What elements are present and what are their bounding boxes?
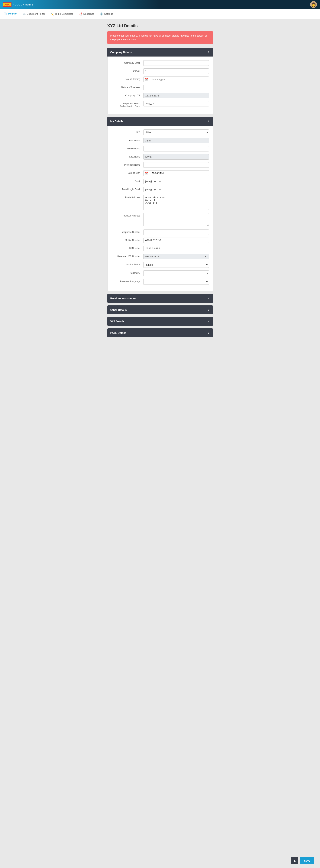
- first-name-input[interactable]: [143, 138, 209, 144]
- company-email-control: [143, 60, 209, 66]
- chevron-up-icon-2: ∧: [207, 120, 210, 123]
- nav: 📄 My Info ☁️ Document Portal ✏️ To be Co…: [0, 9, 320, 19]
- ni-number-label: NI Number: [111, 246, 143, 250]
- action-bar: ▲ Save: [291, 857, 314, 864]
- section-previous-accountant-header[interactable]: Previous Accountant ∨: [107, 294, 213, 303]
- last-name-input[interactable]: [143, 154, 209, 160]
- nationality-label: Nationality: [111, 270, 143, 274]
- postal-address-control: 9 Smith Street Warwick CV34 4JA: [143, 195, 209, 211]
- nature-of-business-input[interactable]: [143, 85, 209, 90]
- turnover-control: £: [143, 68, 209, 74]
- preferred-name-row: Preferred Name: [111, 162, 209, 168]
- last-name-label: Last Name: [111, 154, 143, 158]
- main-content: XYZ Ltd Details Please enter your detail…: [96, 19, 224, 344]
- preferred-language-select[interactable]: [143, 279, 209, 285]
- personal-utr-row: Personal UTR Number K: [111, 254, 209, 259]
- date-of-birth-control: 📅: [143, 170, 209, 176]
- section-other-details: Other Details ∨: [107, 305, 213, 314]
- nav-to-be-completed[interactable]: ✏️ To be Completed: [51, 12, 73, 16]
- middle-name-input[interactable]: [143, 146, 209, 152]
- nationality-select[interactable]: [143, 270, 209, 276]
- telephone-number-input[interactable]: [143, 229, 209, 235]
- nationality-row: Nationality: [111, 270, 209, 276]
- section-other-details-header[interactable]: Other Details ∨: [107, 305, 213, 314]
- telephone-number-control: [143, 229, 209, 235]
- telephone-number-label: Telephone Number: [111, 229, 143, 234]
- preferred-name-label: Preferred Name: [111, 162, 143, 166]
- marital-status-row: Marital Status - Single Married Divorced…: [111, 262, 209, 268]
- previous-address-control: [143, 213, 209, 227]
- section-paye-details-header[interactable]: PAYE Details ∨: [107, 329, 213, 337]
- mobile-number-input[interactable]: [143, 238, 209, 243]
- nav-document-portal[interactable]: ☁️ Document Portal: [23, 12, 45, 16]
- companies-house-row: Companies House Authentication Code: [111, 101, 209, 107]
- company-email-input[interactable]: [143, 60, 209, 66]
- section-my-details: My Details ∧ Title - Mr Mrs Miss Ms Dr: [107, 117, 213, 291]
- last-name-row: Last Name: [111, 154, 209, 160]
- email-control: [143, 179, 209, 184]
- nature-of-business-label: Nature of Business: [111, 85, 143, 89]
- nature-of-business-control: [143, 85, 209, 90]
- calendar-icon: 📅: [143, 77, 150, 82]
- title-select[interactable]: - Mr Mrs Miss Ms Dr: [143, 129, 209, 135]
- section-my-details-header[interactable]: My Details ∧: [107, 117, 213, 126]
- portal-login-email-row: Portal Login Email: [111, 187, 209, 192]
- companies-house-input[interactable]: [143, 101, 209, 106]
- section-company-details: Company Details ∧ Company Email Turnover…: [107, 48, 213, 114]
- section-paye-details: PAYE Details ∨: [107, 329, 213, 337]
- scroll-up-button[interactable]: ▲: [291, 857, 298, 864]
- company-email-label: Company Email: [111, 60, 143, 64]
- nav-settings[interactable]: ⚙️ Settings: [100, 12, 113, 16]
- section-my-details-body: Title - Mr Mrs Miss Ms Dr First Name: [107, 126, 213, 291]
- preferred-name-input[interactable]: [143, 162, 209, 168]
- mobile-number-label: Mobile Number: [111, 238, 143, 242]
- portal-login-email-control: [143, 187, 209, 192]
- postal-address-textarea[interactable]: 9 Smith Street Warwick CV34 4JA: [143, 195, 209, 210]
- avatar[interactable]: 👩: [310, 1, 317, 8]
- company-utr-input[interactable]: [143, 93, 209, 98]
- logo-box: ABC: [3, 2, 11, 7]
- nav-my-info[interactable]: 📄 My Info: [4, 11, 17, 17]
- mobile-number-control: [143, 238, 209, 243]
- first-name-row: First Name: [111, 138, 209, 144]
- marital-status-control: - Single Married Divorced Widowed Civil …: [143, 262, 209, 268]
- chevron-down-icon-3: ∨: [207, 319, 210, 323]
- postal-address-label: Postal Address: [111, 195, 143, 199]
- email-input[interactable]: [143, 179, 209, 184]
- date-of-trading-label: Date of Trading: [111, 76, 143, 81]
- company-utr-control: [143, 93, 209, 98]
- title-control: - Mr Mrs Miss Ms Dr: [143, 129, 209, 135]
- turnover-label: Turnover: [111, 68, 143, 72]
- nav-deadlines[interactable]: ⏰ Deadlines: [79, 12, 94, 16]
- ni-number-input[interactable]: [143, 246, 209, 251]
- portal-login-email-input[interactable]: [143, 187, 209, 192]
- date-of-birth-input[interactable]: [150, 171, 209, 176]
- header: ABC ACCOUNTANTS 👩: [0, 0, 320, 9]
- chevron-down-icon-2: ∨: [207, 308, 210, 312]
- preferred-name-control: [143, 162, 209, 168]
- nav-to-be-completed-label: To be Completed: [55, 12, 73, 15]
- company-email-row: Company Email: [111, 60, 209, 66]
- alert-message: Please enter your details. If you do not…: [107, 31, 213, 44]
- section-previous-accountant-title: Previous Accountant: [110, 297, 137, 300]
- calendar-icon-2: 📅: [143, 170, 150, 176]
- ni-number-control: [143, 246, 209, 251]
- preferred-language-row: Preferred Language: [111, 279, 209, 285]
- section-vat-details-header[interactable]: VAT Details ∨: [107, 317, 213, 326]
- section-other-details-title: Other Details: [110, 308, 127, 311]
- section-company-details-header[interactable]: Company Details ∧: [107, 48, 213, 57]
- company-utr-row: Company UTR: [111, 93, 209, 98]
- previous-address-textarea[interactable]: [143, 213, 209, 226]
- first-name-label: First Name: [111, 138, 143, 142]
- section-my-details-title: My Details: [110, 120, 123, 123]
- marital-status-select[interactable]: - Single Married Divorced Widowed Civil …: [143, 262, 209, 268]
- portal-login-email-label: Portal Login Email: [111, 187, 143, 191]
- date-of-trading-input[interactable]: [150, 77, 209, 82]
- company-utr-label: Company UTR: [111, 93, 143, 97]
- turnover-input[interactable]: [143, 68, 209, 74]
- document-portal-icon: ☁️: [23, 12, 26, 16]
- chevron-down-icon-1: ∨: [207, 297, 210, 300]
- chevron-up-icon: ∧: [207, 50, 210, 54]
- personal-utr-input[interactable]: [143, 254, 203, 259]
- save-button[interactable]: Save: [300, 857, 314, 864]
